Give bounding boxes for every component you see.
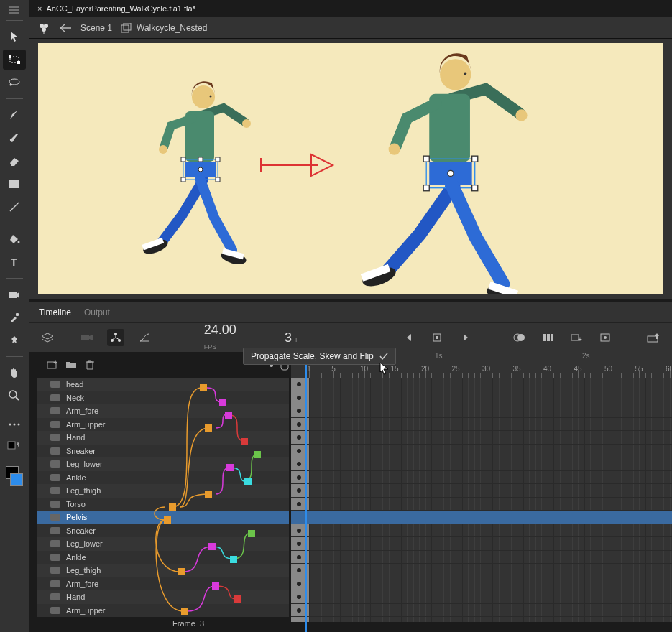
layer-name: Sneaker (66, 447, 96, 455)
edit-bar: Scene 1 Walkcycle_Nested (29, 17, 672, 39)
playhead[interactable] (305, 349, 307, 632)
layer-name: Sneaker (66, 526, 96, 535)
layer-name: Leg_thigh (66, 566, 101, 575)
svg-point-38 (192, 85, 215, 108)
svg-point-23 (242, 119, 251, 128)
layer-row[interactable]: Sneaker (37, 445, 289, 458)
back-icon[interactable] (59, 24, 72, 32)
layers-list: headNeckArm_foreArm_upperHandSneakerLeg_… (37, 378, 289, 622)
svg-rect-31 (181, 177, 185, 182)
svg-rect-10 (16, 313, 19, 316)
symbol-crumb[interactable]: Walkcycle_Nested (121, 23, 207, 33)
lasso-tool[interactable] (3, 73, 26, 93)
layer-row[interactable]: Ankle (37, 471, 289, 485)
layer-type-icon (50, 487, 60, 494)
layer-row[interactable]: Leg_thigh (37, 564, 289, 577)
layer-row[interactable]: Ankle (37, 551, 289, 564)
delete-layer-icon[interactable] (83, 358, 96, 371)
insert-frame-icon[interactable]: + (568, 329, 585, 346)
current-frame-display[interactable]: 3 F (285, 330, 300, 345)
camera-tool[interactable] (3, 284, 26, 305)
scene-crumb[interactable]: Scene 1 (80, 23, 112, 33)
layer-type-icon (50, 447, 60, 455)
menu-icon[interactable] (3, 6, 26, 14)
layer-row[interactable]: Sneaker (37, 524, 289, 538)
frames-grid[interactable] (291, 378, 672, 622)
more-tools-icon[interactable] (3, 414, 26, 434)
layer-type-icon (50, 460, 60, 468)
rectangle-tool[interactable] (3, 174, 26, 194)
svg-point-7 (18, 241, 20, 243)
layer-row[interactable]: Arm_upper (37, 604, 289, 618)
pin-tool[interactable] (3, 330, 26, 350)
swap-colors-icon[interactable] (3, 437, 26, 457)
layer-name: Arm_upper (66, 420, 105, 429)
zoom-tool[interactable] (3, 386, 26, 406)
layers-view-icon[interactable] (39, 329, 56, 346)
layer-row[interactable]: Pelvis (37, 511, 289, 524)
svg-rect-62 (436, 336, 438, 339)
svg-point-17 (40, 24, 44, 28)
svg-rect-72 (648, 336, 658, 342)
tab-timeline[interactable]: Timeline (39, 307, 71, 317)
svg-rect-5 (9, 180, 19, 188)
svg-point-13 (9, 424, 11, 426)
text-tool[interactable]: T (3, 252, 26, 272)
layer-row[interactable]: Hand (37, 590, 289, 604)
keyframe-icon[interactable] (597, 329, 614, 346)
selection-tool[interactable] (3, 27, 26, 47)
layer-row[interactable]: Leg_lower (37, 537, 289, 551)
layer-row[interactable]: Leg_thigh (37, 484, 289, 498)
layer-row[interactable]: Neck (37, 391, 289, 405)
document-tab[interactable]: AnCC_LayerParenting_WalkCycle.fla1.fla* (46, 4, 195, 13)
prev-frame-icon[interactable] (400, 329, 418, 346)
parenting-view-icon[interactable] (107, 329, 124, 346)
frame-indicator: Frame 3 (172, 619, 204, 628)
new-layer-icon[interactable]: + (46, 358, 59, 371)
layer-row[interactable]: Arm_fore (37, 577, 289, 591)
stop-icon[interactable] (428, 329, 446, 346)
layer-name: head (66, 380, 83, 389)
line-tool[interactable] (3, 197, 26, 217)
layer-type-icon (50, 580, 60, 587)
next-frame-icon[interactable] (457, 329, 474, 346)
layer-row[interactable]: Torso (37, 498, 289, 511)
svg-rect-57 (81, 335, 89, 340)
svg-rect-67 (551, 334, 553, 341)
close-tab-icon[interactable]: × (37, 4, 42, 13)
svg-rect-2 (17, 61, 20, 64)
clover-icon[interactable] (37, 22, 50, 34)
frame-span-icon[interactable] (540, 329, 557, 346)
layer-name: Leg_lower (66, 460, 103, 468)
layer-type-icon (50, 567, 60, 574)
eraser-tool[interactable] (3, 151, 26, 171)
svg-rect-29 (181, 157, 185, 162)
svg-rect-66 (547, 334, 550, 341)
layer-type-icon (50, 593, 60, 600)
eyedropper-tool[interactable] (3, 307, 26, 327)
svg-line-6 (10, 203, 19, 211)
free-transform-tool[interactable] (3, 50, 26, 70)
camera-toggle-icon[interactable] (79, 329, 96, 346)
graph-icon[interactable] (136, 329, 153, 346)
pen-tool[interactable] (3, 105, 26, 125)
layer-row[interactable]: Arm_upper (37, 418, 289, 432)
export-icon[interactable] (645, 329, 662, 346)
svg-text:+: + (578, 335, 582, 343)
layer-type-icon (50, 501, 60, 508)
layer-row[interactable]: Arm_fore (37, 404, 289, 418)
layer-row[interactable]: head (37, 378, 289, 391)
stage-canvas[interactable] (38, 43, 663, 294)
brush-tool[interactable] (3, 128, 26, 148)
layer-row[interactable]: Hand (37, 431, 289, 445)
layer-row[interactable]: Leg_lower (37, 457, 289, 471)
paint-bucket-tool[interactable] (3, 229, 26, 249)
layer-name: Arm_fore (66, 406, 98, 415)
color-swatches[interactable] (6, 460, 23, 486)
tab-output[interactable]: Output (84, 307, 110, 317)
hand-tool[interactable] (3, 363, 26, 383)
svg-point-40 (159, 145, 167, 154)
onion-skin-icon[interactable] (511, 329, 528, 346)
new-folder-icon[interactable] (65, 358, 78, 371)
stage-area (29, 39, 672, 299)
